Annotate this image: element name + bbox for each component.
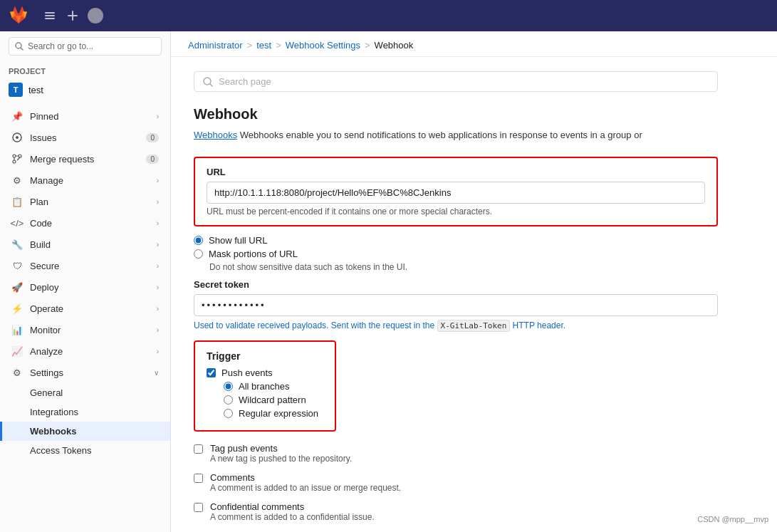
- sidebar-search-box[interactable]: Search or go to...: [9, 37, 162, 56]
- description-text: Webhooks Webhooks enable you to send not…: [194, 128, 718, 142]
- sidebar-item-integrations[interactable]: Integrations: [0, 402, 170, 422]
- nav-section: 📌 Pinned › Issues 0: [0, 103, 170, 463]
- secret-token-input[interactable]: [194, 294, 718, 316]
- top-bar: [0, 0, 777, 31]
- event-label-0: Tag push events: [210, 443, 352, 454]
- nav-item-operate[interactable]: ⚡ Operate ›: [0, 298, 170, 319]
- url-input[interactable]: [207, 182, 705, 204]
- all-branches-option[interactable]: All branches: [224, 381, 323, 392]
- sidebar-item-access-tokens[interactable]: Access Tokens: [0, 441, 170, 460]
- layout: Search or go to... Project T test 📌 Pinn…: [0, 31, 777, 532]
- wildcard-option[interactable]: Wildcard pattern: [224, 395, 323, 405]
- svg-point-7: [13, 155, 16, 157]
- trigger-section: Trigger Push events All branches Wildcar…: [194, 340, 336, 432]
- validate-text: Used to validate received payloads. Sent…: [194, 319, 718, 333]
- issues-icon: [11, 132, 23, 143]
- operate-icon: ⚡: [11, 303, 23, 314]
- deploy-label: Deploy: [30, 282, 58, 293]
- event-item-0: Tag push events A new tag is pushed to t…: [194, 443, 718, 464]
- nav-item-plan[interactable]: 📋 Plan ›: [0, 191, 170, 212]
- regex-option[interactable]: Regular expression: [224, 408, 323, 419]
- build-label: Build: [30, 239, 51, 250]
- analyze-label: Analyze: [30, 346, 63, 357]
- nav-item-pinned[interactable]: 📌 Pinned ›: [0, 105, 170, 127]
- nav-item-code[interactable]: </> Code ›: [0, 212, 170, 234]
- sidebar-item-webhooks[interactable]: Webhooks: [0, 422, 170, 441]
- svg-point-9: [13, 160, 16, 163]
- project-item[interactable]: T test: [9, 80, 162, 100]
- event-checkbox-2[interactable]: [194, 503, 203, 512]
- code-inline: X-GitLab-Token: [437, 320, 511, 332]
- secret-token-section: Secret token Used to validate received p…: [194, 279, 718, 333]
- breadcrumb-test[interactable]: test: [256, 40, 271, 51]
- nav-item-manage[interactable]: ⚙ Manage ›: [0, 169, 170, 191]
- search-bar[interactable]: Search page: [194, 71, 718, 92]
- manage-icon: ⚙: [11, 174, 23, 186]
- breadcrumb-current: Webhook: [375, 40, 414, 51]
- settings-icon: ⚙: [11, 367, 23, 378]
- svg-rect-1: [45, 15, 55, 16]
- plan-icon: 📋: [11, 196, 23, 207]
- webhooks-link[interactable]: Webhooks: [194, 130, 237, 140]
- main-content: Administrator > test > Webhook Settings …: [171, 31, 777, 532]
- trigger-title: Trigger: [207, 350, 323, 362]
- create-icon[interactable]: [63, 6, 83, 26]
- deploy-icon: 🚀: [11, 281, 23, 293]
- nav-item-analyze[interactable]: 📈 Analyze ›: [0, 340, 170, 362]
- merge-icon: [11, 153, 23, 165]
- project-name: test: [28, 85, 43, 95]
- event-label-2: Confidential comments: [210, 501, 375, 512]
- project-avatar: T: [9, 83, 23, 97]
- event-checkbox-1[interactable]: [194, 474, 203, 483]
- nav-item-deploy[interactable]: 🚀 Deploy ›: [0, 276, 170, 298]
- nav-item-settings[interactable]: ⚙ Settings ∨: [0, 362, 170, 383]
- sidebar-search-container: Search or go to...: [0, 31, 170, 61]
- gitlab-logo: [9, 6, 28, 26]
- breadcrumb-webhook-settings[interactable]: Webhook Settings: [286, 40, 360, 51]
- mask-desc: Do not show sensitive data such as token…: [209, 262, 718, 272]
- search-icon: [15, 42, 24, 51]
- pinned-label: Pinned: [30, 111, 58, 122]
- event-checkbox-0[interactable]: [194, 444, 203, 454]
- event-desc-2: A comment is added to a confidential iss…: [210, 512, 375, 522]
- analyze-icon: 📈: [11, 345, 23, 357]
- push-events-options: All branches Wildcard pattern Regular ex…: [224, 381, 323, 419]
- csdn-badge: CSDN @mpp__mvp: [697, 515, 768, 523]
- merge-label: Merge requests: [30, 154, 94, 165]
- breadcrumb-admin[interactable]: Administrator: [188, 40, 243, 51]
- svg-line-4: [21, 48, 23, 50]
- nav-item-secure[interactable]: 🛡 Secure ›: [0, 255, 170, 276]
- integrations-label: Integrations: [30, 407, 78, 417]
- issues-label: Issues: [30, 132, 57, 143]
- build-icon: 🔧: [11, 239, 23, 250]
- code-icon: </>: [11, 217, 23, 229]
- toolbar-icons: [34, 6, 111, 26]
- general-label: General: [30, 387, 63, 398]
- url-section: URL URL must be percent-encoded if it co…: [194, 157, 718, 226]
- sidebar-toggle-icon[interactable]: [40, 6, 60, 26]
- settings-label: Settings: [30, 367, 63, 378]
- event-item-1: Comments A comment is added to an issue …: [194, 472, 718, 493]
- search-placeholder: Search page: [219, 76, 271, 87]
- svg-rect-0: [45, 12, 55, 14]
- nav-item-merge-requests[interactable]: Merge requests 0: [0, 148, 170, 169]
- monitor-icon: 📊: [11, 324, 23, 335]
- event-label-1: Comments: [210, 472, 401, 483]
- nav-item-monitor[interactable]: 📊 Monitor ›: [0, 319, 170, 340]
- show-full-url-option[interactable]: Show full URL: [194, 235, 718, 246]
- push-events-checkbox[interactable]: Push events: [207, 367, 323, 378]
- code-label: Code: [30, 218, 52, 229]
- events-list: Tag push events A new tag is pushed to t…: [194, 443, 718, 532]
- mask-url-option[interactable]: Mask portions of URL: [194, 249, 718, 259]
- page-title: Webhook: [194, 106, 718, 122]
- sidebar-search-label: Search or go to...: [28, 41, 93, 51]
- user-avatar-icon[interactable]: [85, 6, 105, 26]
- nav-item-issues[interactable]: Issues 0: [0, 127, 170, 148]
- project-section: Project T test: [0, 61, 170, 103]
- breadcrumb: Administrator > test > Webhook Settings …: [171, 31, 777, 57]
- svg-point-6: [16, 136, 19, 139]
- merge-badge: 0: [146, 155, 159, 164]
- sidebar-item-general[interactable]: General: [0, 383, 170, 402]
- nav-item-build[interactable]: 🔧 Build ›: [0, 234, 170, 255]
- project-label: Project: [9, 67, 162, 75]
